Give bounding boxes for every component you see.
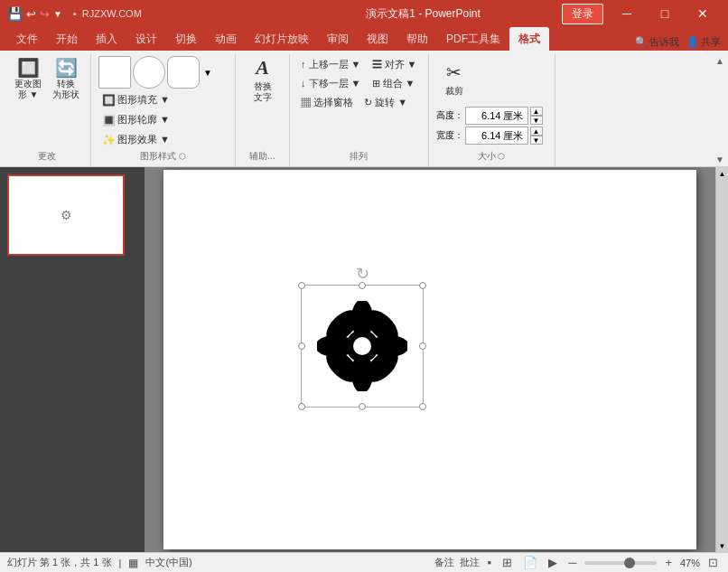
shape-outline-button[interactable]: 🔳 图形轮廓 ▼ (98, 111, 228, 128)
minimize-button[interactable]: ─ (609, 0, 645, 27)
align-button[interactable]: ☰ 对齐 ▼ (369, 56, 421, 73)
height-down[interactable]: ▼ (530, 116, 543, 125)
crop-button[interactable]: ✂ 裁剪 (436, 56, 472, 103)
shape-palette-row: ▼ (98, 56, 214, 89)
convert-shape-icon: 🔄 (55, 59, 78, 77)
shape-dropdown-arrow[interactable]: ▼ (201, 68, 214, 78)
view-fullscreen[interactable]: ▶ (546, 556, 560, 569)
tab-file[interactable]: 文件 (7, 27, 47, 51)
height-input[interactable] (465, 107, 528, 125)
shape-fill-label: 图形填充 ▼ (117, 93, 170, 107)
height-up[interactable]: ▲ (530, 107, 543, 116)
tab-insert[interactable]: 插入 (87, 27, 126, 51)
doc-name: 演示文稿1 (366, 7, 415, 20)
customize-icon[interactable]: ▼ (53, 9, 62, 19)
undo-icon[interactable]: ↩ (26, 7, 36, 21)
group-button[interactable]: ⊞ 组合 ▼ (369, 75, 419, 92)
shape-styles-expand[interactable]: ⬡ (179, 152, 186, 161)
shape-effect-label: 图形效果 ▼ (117, 133, 170, 146)
website-label: RJZXW.COM (82, 8, 142, 19)
scroll-down-button[interactable]: ▼ (716, 539, 729, 552)
handle-bottom-left[interactable] (298, 403, 305, 410)
convert-shape-label: 转换为形状 (52, 79, 79, 100)
size-label: 大小 ⬡ (436, 150, 547, 164)
handle-bottom-right[interactable] (419, 403, 426, 410)
tab-review[interactable]: 审阅 (318, 27, 358, 51)
rotate-button[interactable]: ↻ 旋转 ▼ (360, 94, 411, 111)
selection-pane-button[interactable]: ▦ 选择窗格 (297, 94, 357, 111)
shape-fill-button[interactable]: 🔲 图形填充 ▼ (98, 91, 228, 108)
handle-top-right[interactable] (419, 282, 426, 289)
tab-help[interactable]: 帮助 (397, 27, 437, 51)
size-content: ✂ 裁剪 高度： ▲ ▼ 宽度： (436, 56, 547, 148)
ribbon-scroll: ▲ ▼ (715, 54, 724, 166)
slide-thumbnail-1[interactable]: ⚙ (7, 174, 125, 256)
width-down[interactable]: ▼ (530, 136, 543, 145)
change-shape-button[interactable]: 🔲 更改图形 ▼ (11, 56, 45, 103)
width-up[interactable]: ▲ (530, 127, 543, 136)
shape-softrounded[interactable] (167, 56, 200, 89)
move-up-button[interactable]: ↑ 上移一层 ▼ (297, 56, 365, 73)
shape-effect-icon: ✨ (102, 134, 116, 146)
ribbon-scroll-up[interactable]: ▲ (715, 56, 724, 66)
file-format-indicator: ▪ (73, 8, 77, 19)
shape-fill-icon: 🔲 (102, 94, 116, 107)
arrange-row2: ↓ 下移一层 ▼ ⊞ 组合 ▼ (297, 75, 419, 92)
size-expand[interactable]: ⬡ (498, 152, 505, 161)
handle-bottom-middle[interactable] (359, 403, 366, 410)
status-divider-1: | (119, 558, 122, 568)
save-icon[interactable]: 💾 (7, 6, 23, 21)
tab-home[interactable]: 开始 (47, 27, 87, 51)
tell-me-button[interactable]: 🔍 告诉我 (635, 35, 679, 49)
main-content: 1 ⚙ ↻ (0, 167, 728, 552)
maximize-button[interactable]: □ (647, 0, 683, 27)
login-button[interactable]: 登录 (562, 4, 603, 24)
auxiliary-content: A 替换文字 (247, 56, 279, 148)
redo-icon[interactable]: ↪ (40, 7, 50, 21)
handle-top-middle[interactable] (359, 282, 366, 289)
handle-middle-left[interactable] (298, 342, 305, 350)
move-down-button[interactable]: ↓ 下移一层 ▼ (297, 75, 365, 92)
view-normal[interactable]: ▪ (485, 556, 495, 569)
convert-shape-button[interactable]: 🔄 转换为形状 (49, 56, 83, 103)
notes-button[interactable]: 备注 (434, 556, 454, 569)
width-spinner[interactable]: ▲ ▼ (530, 127, 543, 145)
shape-outline-label: 图形轮廓 ▼ (117, 113, 170, 127)
status-right: 备注 批注 ▪ ⊞ 📄 ▶ ─ + 47% ⊡ (434, 556, 721, 569)
view-slide-sorter[interactable]: ⊞ (499, 556, 515, 569)
fit-button[interactable]: ⊡ (705, 556, 721, 569)
share-button[interactable]: 👤 共享 (686, 35, 721, 49)
zoom-plus[interactable]: + (662, 556, 675, 569)
replace-text-button[interactable]: A 替换文字 (247, 56, 279, 103)
ribbon-scroll-down[interactable]: ▼ (715, 155, 724, 164)
right-scrollbar[interactable]: ▲ ▼ (715, 167, 728, 552)
width-input[interactable] (465, 127, 528, 145)
tab-format[interactable]: 格式 (509, 27, 549, 51)
slide-info: 幻灯片 第 1 张，共 1 张 (7, 556, 112, 569)
selected-shape-container[interactable]: ↻ (308, 292, 416, 400)
height-spinner[interactable]: ▲ ▼ (530, 107, 543, 125)
tab-view[interactable]: 视图 (358, 27, 397, 51)
rotate-handle[interactable]: ↻ (355, 267, 369, 281)
close-button[interactable]: ✕ (685, 0, 721, 27)
height-row: 高度： ▲ ▼ (436, 107, 543, 125)
shape-effect-button[interactable]: ✨ 图形效果 ▼ (98, 131, 228, 148)
selection-border (301, 285, 424, 408)
slide-canvas[interactable]: ↻ (163, 170, 696, 549)
tab-slideshow[interactable]: 幻灯片放映 (246, 27, 318, 51)
tab-animations[interactable]: 动画 (206, 27, 246, 51)
tab-design[interactable]: 设计 (126, 27, 166, 51)
arrange-row1: ↑ 上移一层 ▼ ☰ 对齐 ▼ (297, 56, 421, 73)
replace-text-icon: A (256, 56, 269, 80)
view-reading[interactable]: 📄 (520, 556, 540, 569)
zoom-slider[interactable] (584, 561, 657, 565)
shape-square[interactable] (98, 56, 131, 89)
comments-button[interactable]: 批注 (460, 556, 480, 569)
handle-middle-right[interactable] (419, 342, 426, 350)
zoom-minus[interactable]: ─ (565, 556, 579, 569)
tab-pdf[interactable]: PDF工具集 (437, 27, 509, 51)
shape-oval[interactable] (133, 56, 165, 89)
handle-top-left[interactable] (298, 282, 305, 289)
scroll-up-button[interactable]: ▲ (716, 167, 729, 180)
tab-transitions[interactable]: 切换 (166, 27, 206, 51)
